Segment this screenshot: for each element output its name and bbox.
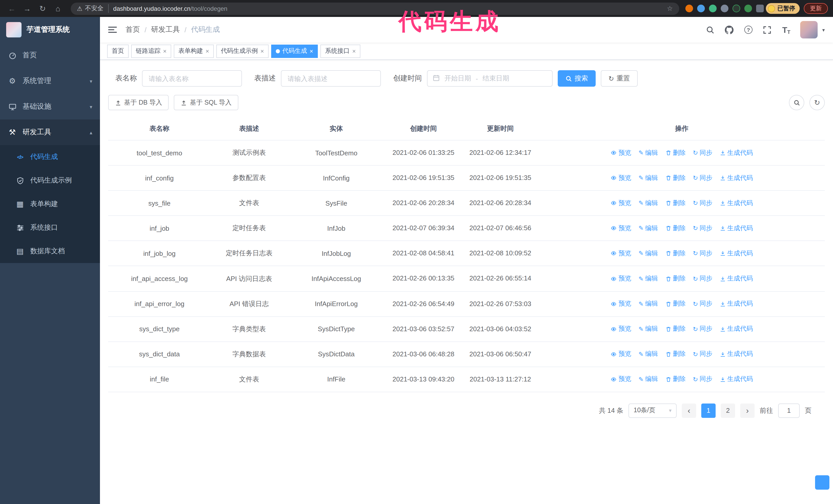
generate-code-link[interactable]: 生成代码	[719, 299, 753, 308]
delete-link[interactable]: 删除	[665, 350, 686, 359]
delete-link[interactable]: 删除	[665, 375, 686, 384]
sidebar-item-home[interactable]: 首页	[0, 43, 100, 68]
preview-link[interactable]: 预览	[611, 274, 631, 283]
preview-link[interactable]: 预览	[611, 249, 631, 258]
close-icon[interactable]: ×	[163, 48, 167, 54]
sync-link[interactable]: ↻ 同步	[693, 249, 712, 258]
edit-link[interactable]: ✎ 编辑	[639, 148, 658, 157]
table-desc-input[interactable]	[281, 70, 381, 87]
profile-paused-badge[interactable]: 已暂停	[766, 3, 800, 14]
sync-link[interactable]: ↻ 同步	[693, 224, 712, 233]
close-icon[interactable]: ×	[206, 48, 209, 54]
sync-link[interactable]: ↻ 同步	[693, 274, 712, 283]
tab-system-api[interactable]: 系统接口×	[320, 44, 360, 58]
home-button[interactable]: ⌂	[51, 2, 65, 15]
delete-link[interactable]: 删除	[665, 274, 686, 283]
browser-extension-icon[interactable]	[709, 5, 716, 12]
sidebar-item-infra[interactable]: 基础设施 ▾	[0, 94, 100, 119]
github-icon[interactable]	[724, 25, 735, 35]
sidebar-item-system[interactable]: ⚙ 系统管理 ▾	[0, 68, 100, 94]
fullscreen-icon[interactable]	[762, 25, 772, 35]
edit-link[interactable]: ✎ 编辑	[639, 299, 658, 308]
delete-link[interactable]: 删除	[665, 299, 686, 308]
floating-action-button[interactable]	[815, 475, 829, 490]
avatar-caret-icon[interactable]: ▾	[822, 27, 825, 32]
delete-link[interactable]: 删除	[665, 249, 686, 258]
page-button-1[interactable]: 1	[701, 404, 716, 418]
browser-extension-icon[interactable]	[720, 5, 728, 12]
sync-link[interactable]: ↻ 同步	[693, 299, 712, 308]
tab-codegen[interactable]: 代码生成×	[271, 44, 318, 58]
sidebar-item-system-api[interactable]: 系统接口	[0, 216, 100, 239]
generate-code-link[interactable]: 生成代码	[719, 199, 753, 208]
close-icon[interactable]: ×	[352, 48, 356, 54]
tab-form-builder[interactable]: 表单构建×	[174, 44, 214, 58]
preview-link[interactable]: 预览	[611, 224, 631, 233]
refresh-table-button[interactable]: ↻	[809, 95, 825, 110]
browser-extension-icon[interactable]	[744, 5, 752, 12]
generate-code-link[interactable]: 生成代码	[719, 249, 753, 258]
edit-link[interactable]: ✎ 编辑	[639, 173, 658, 182]
preview-link[interactable]: 预览	[611, 299, 631, 308]
import-sql-button[interactable]: 基于 SQL 导入	[174, 95, 238, 110]
breadcrumb-home[interactable]: 首页	[125, 25, 140, 34]
generate-code-link[interactable]: 生成代码	[719, 224, 753, 233]
breadcrumb-devtools[interactable]: 研发工具	[151, 25, 180, 34]
next-page-button[interactable]: ›	[740, 404, 755, 418]
toggle-search-button[interactable]	[789, 95, 804, 110]
edit-link[interactable]: ✎ 编辑	[639, 199, 658, 208]
prev-page-button[interactable]: ‹	[682, 404, 696, 418]
generate-code-link[interactable]: 生成代码	[719, 274, 753, 283]
generate-code-link[interactable]: 生成代码	[719, 325, 753, 333]
preview-link[interactable]: 预览	[611, 199, 631, 208]
back-button[interactable]: ←	[5, 2, 19, 15]
preview-link[interactable]: 预览	[611, 148, 631, 157]
edit-link[interactable]: ✎ 编辑	[639, 224, 658, 233]
sync-link[interactable]: ↻ 同步	[693, 148, 712, 157]
reload-button[interactable]: ↻	[36, 2, 49, 15]
browser-update-button[interactable]: 更新	[804, 3, 828, 14]
security-indicator[interactable]: ⚠ 不安全	[77, 4, 109, 13]
edit-link[interactable]: ✎ 编辑	[639, 325, 658, 333]
tab-codegen-example[interactable]: 代码生成示例×	[216, 44, 269, 58]
page-button-2[interactable]: 2	[721, 404, 735, 418]
forward-button[interactable]: →	[21, 2, 34, 15]
sidebar-toggle-icon[interactable]	[108, 25, 117, 34]
browser-extension-icon[interactable]	[732, 5, 740, 12]
edit-link[interactable]: ✎ 编辑	[639, 350, 658, 359]
edit-link[interactable]: ✎ 编辑	[639, 375, 658, 384]
delete-link[interactable]: 删除	[665, 173, 686, 182]
search-button[interactable]: 搜索	[558, 70, 596, 87]
date-range-picker[interactable]: 开始日期 - 结束日期	[427, 70, 553, 87]
sync-link[interactable]: ↻ 同步	[693, 375, 712, 384]
table-name-input[interactable]	[142, 70, 242, 87]
preview-link[interactable]: 预览	[611, 173, 631, 182]
extensions-puzzle-icon[interactable]	[756, 5, 764, 12]
sidebar-item-codegen-example[interactable]: 代码生成示例	[0, 169, 100, 192]
sync-link[interactable]: ↻ 同步	[693, 350, 712, 359]
page-size-select[interactable]: 10条/页 ▾	[628, 404, 677, 418]
reset-button[interactable]: ↻ 重置	[601, 70, 638, 87]
font-size-icon[interactable]: TT	[781, 25, 791, 35]
sidebar-item-devtools[interactable]: ⚒ 研发工具 ▴	[0, 119, 100, 145]
browser-extension-icon[interactable]	[697, 5, 705, 12]
sync-link[interactable]: ↻ 同步	[693, 325, 712, 333]
sidebar-item-form-builder[interactable]: ▦ 表单构建	[0, 192, 100, 216]
address-bar[interactable]: ⚠ 不安全 dashboard.yudao.iocoder.cn/tool/co…	[71, 2, 679, 15]
generate-code-link[interactable]: 生成代码	[719, 375, 753, 384]
delete-link[interactable]: 删除	[665, 325, 686, 333]
sync-link[interactable]: ↻ 同步	[693, 173, 712, 182]
edit-link[interactable]: ✎ 编辑	[639, 249, 658, 258]
bookmark-star-icon[interactable]: ☆	[667, 5, 673, 12]
user-avatar[interactable]	[800, 21, 818, 39]
delete-link[interactable]: 删除	[665, 148, 686, 157]
sync-link[interactable]: ↻ 同步	[693, 199, 712, 208]
delete-link[interactable]: 删除	[665, 224, 686, 233]
edit-link[interactable]: ✎ 编辑	[639, 274, 658, 283]
delete-link[interactable]: 删除	[665, 199, 686, 208]
goto-page-input[interactable]	[778, 404, 800, 418]
tab-home[interactable]: 首页	[107, 44, 129, 58]
tab-trace[interactable]: 链路追踪×	[131, 44, 171, 58]
generate-code-link[interactable]: 生成代码	[719, 350, 753, 359]
generate-code-link[interactable]: 生成代码	[719, 173, 753, 182]
